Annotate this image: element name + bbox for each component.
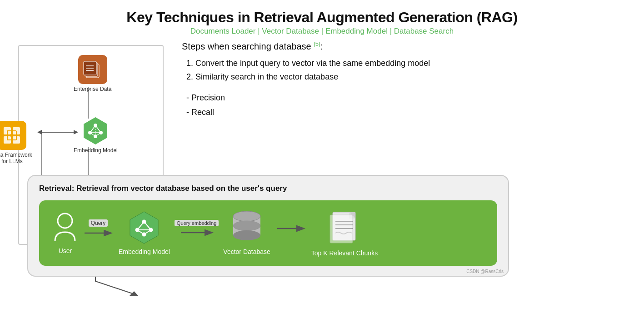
query-arrow-svg bbox=[82, 229, 114, 238]
embedding-arrow-svg bbox=[179, 228, 215, 237]
steps-list: Convert the input query to vector via th… bbox=[195, 56, 626, 84]
svg-point-62 bbox=[233, 211, 260, 221]
enterprise-data-item: Enterprise Data bbox=[74, 55, 111, 92]
embedding-flow-item: Embedding Model bbox=[119, 211, 170, 255]
topk-arrow bbox=[275, 224, 307, 233]
retrieval-flow: User Query bbox=[39, 200, 497, 266]
vector-db-flow-item: Vector Database bbox=[223, 211, 270, 255]
svg-point-47 bbox=[58, 214, 72, 228]
svg-marker-5 bbox=[37, 130, 42, 134]
subtitle: Documents Loader | Vector Database | Emb… bbox=[18, 27, 626, 36]
main-title: Key Techniques in Retrieval Augmented Ge… bbox=[18, 9, 626, 26]
topk-arrow-svg bbox=[275, 224, 307, 233]
framework-icon bbox=[0, 121, 26, 150]
topk-label: Top K Relevant Chunks bbox=[311, 249, 378, 257]
embedding-hex-svg bbox=[81, 116, 110, 145]
svg-point-63 bbox=[233, 221, 260, 231]
framework-label: Data Frameworkfor LLMs bbox=[0, 152, 32, 164]
steps-reference: [5] bbox=[314, 40, 320, 47]
framework-item: Data Frameworkfor LLMs bbox=[0, 121, 32, 164]
user-figure bbox=[53, 212, 78, 244]
user-icon-svg bbox=[53, 212, 78, 244]
watermark: CSDN @RassCrls bbox=[466, 269, 504, 274]
step-2: Similarity search in the vector database bbox=[195, 70, 626, 84]
embedding-model-icon bbox=[81, 116, 110, 145]
retrieval-title: Retrieval: Retrieval from vector databas… bbox=[39, 184, 497, 193]
svg-rect-72 bbox=[330, 215, 353, 243]
embedding-flow-label: Embedding Model bbox=[119, 248, 170, 255]
metric-precision: - Precision bbox=[186, 90, 626, 105]
vector-db-flow-label: Vector Database bbox=[223, 248, 270, 255]
right-content: Steps when searching database [5]: Conve… bbox=[173, 40, 626, 263]
svg-point-64 bbox=[233, 230, 260, 240]
enterprise-data-icon bbox=[78, 55, 107, 84]
enterprise-data-svg bbox=[83, 60, 103, 80]
embedding-model-item: Embedding Model bbox=[74, 116, 118, 154]
embedding-arrow: Query embedding bbox=[175, 220, 219, 237]
steps-section: Steps when searching database [5]: Conve… bbox=[182, 40, 626, 120]
enterprise-data-label: Enterprise Data bbox=[74, 86, 111, 92]
embedding-model-label: Embedding Model bbox=[74, 147, 118, 154]
svg-marker-46 bbox=[130, 291, 139, 296]
query-arrow: Query bbox=[82, 219, 114, 238]
framework-svg bbox=[2, 125, 22, 145]
metrics: - Precision - Recall bbox=[186, 90, 626, 120]
document-svg bbox=[328, 209, 361, 246]
steps-title: Steps when searching database [5]: bbox=[182, 40, 626, 52]
page-wrapper: Key Techniques in Retrieval Augmented Ge… bbox=[0, 0, 644, 333]
embedding-arrow-label: Query embedding bbox=[175, 220, 219, 226]
content-area: Enterprise Data bbox=[18, 40, 626, 263]
user-flow-item: User bbox=[53, 212, 78, 254]
topk-flow-item: Top K Relevant Chunks bbox=[311, 209, 378, 257]
svg-marker-49 bbox=[130, 212, 158, 244]
db-flow-svg bbox=[231, 211, 263, 244]
step-1: Convert the input query to vector via th… bbox=[195, 56, 626, 70]
header: Key Techniques in Retrieval Augmented Ge… bbox=[18, 9, 626, 36]
user-label: User bbox=[59, 247, 72, 254]
embedding-hex-flow-svg bbox=[127, 211, 161, 244]
query-label: Query bbox=[89, 219, 108, 227]
metric-recall: - Recall bbox=[186, 105, 626, 119]
retrieval-box: Retrieval: Retrieval from vector databas… bbox=[27, 175, 509, 277]
